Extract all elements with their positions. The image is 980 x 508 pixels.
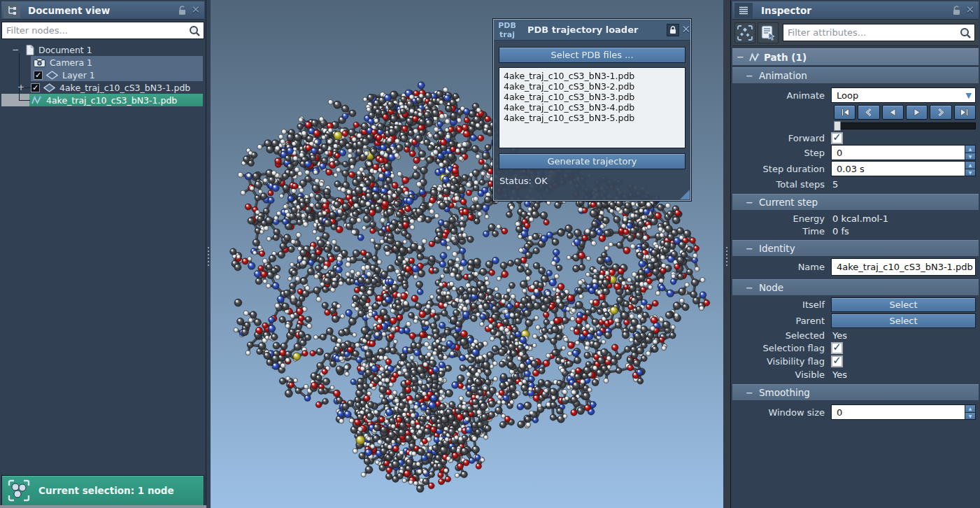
pdb-file-item[interactable]: 4ake_traj_c10_cS3_bN3-2.pdb (504, 81, 685, 92)
tree-row-path[interactable]: 4ake_traj_c10_cS3_bN3-1.pdb (1, 94, 204, 106)
dialog-resize-grip[interactable] (680, 190, 690, 199)
animate-combobox[interactable]: Loop ▼ (831, 87, 976, 103)
pdb-file-item[interactable]: 4ake_traj_c10_cS3_bN3-3.pdb (504, 92, 685, 102)
right-splitter[interactable] (723, 0, 731, 508)
collapse-expander-icon[interactable]: − (11, 43, 20, 56)
smoothing-collapse-icon[interactable]: − (746, 388, 753, 398)
node-section-header[interactable]: − Node (732, 279, 979, 295)
document-view-close-icon[interactable]: ✕ (191, 5, 200, 15)
path-icon (31, 95, 42, 105)
energy-value: 0 kcal.mol-1 (831, 213, 888, 224)
tree-label-path: 4ake_traj_c10_cS3_bN3-1.pdb (46, 95, 177, 106)
play-backward-button[interactable] (882, 105, 904, 120)
current-step-header-label: Current step (759, 197, 818, 208)
inspector-lock-icon[interactable] (952, 6, 961, 15)
total-steps-value: 5 (831, 179, 838, 190)
document-view-title: Document view (28, 5, 110, 16)
dialog-status-text: Status: OK (499, 176, 690, 186)
time-label: Time (732, 226, 831, 237)
name-label: Name (732, 262, 831, 272)
pdb-file-item[interactable]: 4ake_traj_c10_cS3_bN3-1.pdb (504, 71, 685, 81)
name-value: 4ake_traj_c10_cS3_bN3-1.pdb (831, 258, 976, 276)
time-value: 0 fs (831, 226, 849, 237)
name-field[interactable]: 4ake_traj_c10_cS3_bN3-1.pdb (831, 258, 976, 276)
selection-status-bar: Current selection: 1 node (1, 475, 204, 506)
dialog-close-icon[interactable]: ✕ (681, 24, 690, 35)
visibility-flag-label: Visibility flag (732, 356, 831, 367)
window-size-spin-buttons[interactable]: ▲▼ (965, 405, 975, 419)
window-size-spinbox[interactable]: 0 ▲▼ (831, 404, 976, 420)
step-duration-spinbox[interactable]: 0.03 s ▲▼ (831, 161, 976, 176)
play-forward-button[interactable] (906, 105, 928, 120)
tree-label-document: Document 1 (38, 45, 92, 55)
animation-slider[interactable] (834, 121, 976, 131)
slider-handle[interactable] (834, 121, 841, 131)
tree-row-camera[interactable]: Camera 1 (1, 56, 204, 69)
itself-select-button[interactable]: Select (831, 297, 976, 312)
current-step-collapse-icon[interactable]: − (746, 197, 753, 208)
pdb-file-item[interactable]: 4ake_traj_c10_cS3_bN3-4.pdb (504, 102, 685, 113)
path-collapse-icon[interactable]: − (737, 52, 744, 62)
itself-label: Itself (732, 299, 831, 310)
document-view-titlebar[interactable]: Document view ✕ (1, 1, 204, 20)
tree-row-document[interactable]: − Document 1 (1, 43, 204, 56)
filter-nodes-input[interactable] (1, 22, 204, 39)
step-duration-label: Step duration (732, 164, 831, 174)
document-view-lock-icon[interactable] (178, 6, 187, 15)
smoothing-section-header[interactable]: − Smoothing (732, 384, 979, 400)
animation-collapse-icon[interactable]: − (746, 71, 753, 81)
node-inspector-button[interactable] (758, 22, 779, 43)
inspector-titlebar[interactable]: Inspector ✕ (732, 1, 979, 20)
previous-step-button[interactable] (858, 105, 879, 120)
selected-label: Selected (732, 330, 831, 341)
animation-section-header[interactable]: − Animation (732, 67, 979, 83)
filter-attributes-input[interactable] (783, 24, 975, 41)
pdb-file-list[interactable]: 4ake_traj_c10_cS3_bN3-1.pdb4ake_traj_c10… (499, 67, 686, 148)
document-view-icon (3, 3, 20, 18)
expand-expander-icon[interactable]: + (17, 81, 25, 94)
node-collapse-icon[interactable]: − (746, 283, 753, 293)
step-label: Step (732, 148, 831, 158)
select-pdb-files-button[interactable]: Select PDB files ... (499, 47, 686, 63)
identity-collapse-icon[interactable]: − (746, 244, 753, 254)
identity-section-header[interactable]: − Identity (732, 240, 979, 256)
tree-label-structure: 4ake_traj_c10_cS3_bN3-1.pdb (59, 83, 190, 93)
forward-label: Forward (732, 133, 831, 143)
tree-label-layer: Layer 1 (62, 70, 95, 80)
generate-trajectory-button[interactable]: Generate trajectory (499, 153, 686, 169)
animation-section-body: Animate Loop ▼ Forward ✓ Step 0 ▲ (732, 83, 979, 192)
selected-value: Yes (831, 330, 847, 341)
next-step-button[interactable] (930, 105, 951, 120)
skip-to-start-button[interactable] (834, 105, 855, 120)
pdb-trajectory-loader-dialog[interactable]: PDBtraj PDB trajectory loader ✕ Select P… (493, 19, 691, 201)
path-section-header[interactable]: − Path (1) (732, 48, 979, 65)
layer-visibility-checkbox[interactable]: ✓ (34, 71, 43, 80)
tree-row-structure[interactable]: + ✓ 4ake_traj_c10_cS3_bN3-1.pdb (1, 81, 204, 94)
search-icon (188, 24, 201, 37)
selection-inspect-button[interactable] (734, 22, 755, 43)
step-value: 0 (831, 145, 976, 160)
current-step-section-header[interactable]: − Current step (732, 194, 979, 210)
step-spin-buttons[interactable]: ▲▼ (965, 146, 975, 160)
parent-select-button[interactable]: Select (831, 313, 976, 328)
left-splitter[interactable] (206, 0, 211, 508)
selection-flag-checkbox[interactable]: ✓ (831, 342, 843, 354)
tree-row-layer[interactable]: ✓ Layer 1 (1, 69, 204, 81)
inspector-close-icon[interactable]: ✕ (965, 5, 974, 15)
visible-value: Yes (831, 369, 847, 380)
dialog-lock-icon[interactable] (667, 24, 679, 36)
selection-status-text: Current selection: 1 node (38, 485, 174, 496)
dialog-titlebar[interactable]: PDBtraj PDB trajectory loader ✕ (494, 20, 690, 41)
step-duration-spin-buttons[interactable]: ▲▼ (965, 162, 975, 176)
skip-to-end-button[interactable] (954, 105, 976, 120)
animate-label: Animate (732, 90, 831, 101)
pdb-file-item[interactable]: 4ake_traj_c10_cS3_bN3-5.pdb (504, 113, 685, 123)
document-tree: − Document 1 Camera 1 ✓ Layer 1 + ✓ (1, 43, 204, 127)
visibility-flag-checkbox[interactable]: ✓ (831, 355, 843, 367)
inspector-menu-icon[interactable] (734, 3, 753, 18)
step-spinbox[interactable]: 0 ▲▼ (831, 145, 976, 160)
right-splitter-handle (726, 247, 727, 268)
structure-visibility-checkbox[interactable]: ✓ (31, 83, 40, 92)
forward-checkbox[interactable]: ✓ (831, 132, 843, 144)
inspector-filter (783, 24, 975, 41)
